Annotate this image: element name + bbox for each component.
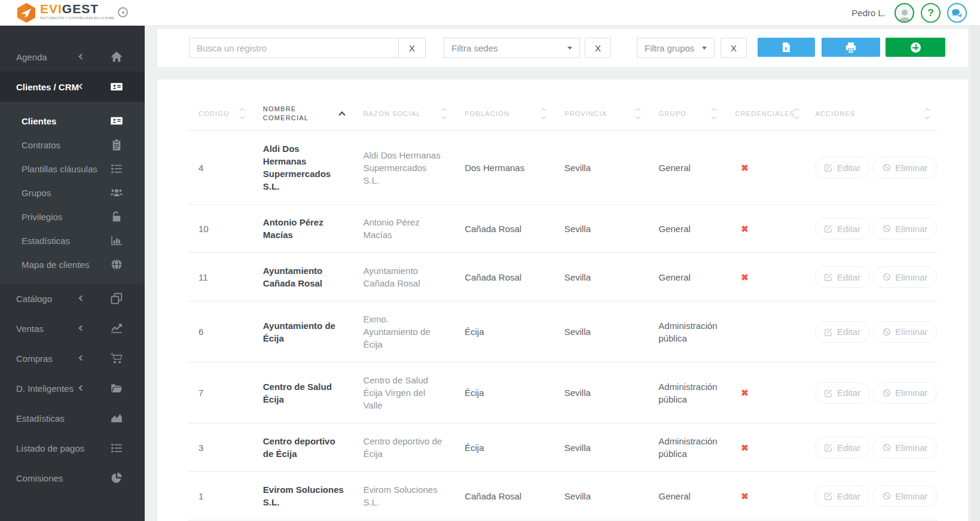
sort-both-icon[interactable]	[542, 109, 545, 118]
column-header-raz-n-social[interactable]: Razón Social	[353, 109, 454, 118]
id-card-icon	[111, 81, 123, 93]
filter-grupos-select[interactable]: Filtra grupos	[637, 38, 715, 58]
caret-down-icon	[567, 47, 572, 50]
delete-button[interactable]: Eliminar	[873, 266, 937, 288]
edit-button[interactable]: Editar	[815, 218, 870, 239]
cell-razon-social: Centro de Salud Écija Virgen del Valle	[352, 374, 454, 412]
home-icon	[111, 51, 123, 63]
clear-grupos-button[interactable]: X	[721, 38, 747, 58]
sidebar-item-ventas[interactable]: Ventas	[0, 313, 145, 343]
edit-button[interactable]: Editar	[815, 266, 870, 288]
filter-sedes-select[interactable]: Filtra sedes	[444, 38, 580, 58]
cell-credenciales: ✖	[724, 162, 804, 174]
sidebar-toggle-icon[interactable]	[118, 7, 128, 17]
table-row: 4Aldi Dos Hermanas Supermercados S.L.Ald…	[188, 131, 938, 205]
cell-razon-social: Centro deportivo de Écija	[352, 435, 454, 460]
sidebar-item-label: Comisiones	[0, 473, 63, 483]
sidebar-item-clientes[interactable]: Clientes	[0, 109, 145, 133]
cell-credenciales	[724, 325, 804, 338]
sidebar-item-agenda[interactable]: Agenda	[0, 42, 145, 72]
delete-button[interactable]: Eliminar	[873, 218, 937, 239]
times-icon: ✖	[735, 491, 749, 501]
column-header-provincia[interactable]: Provincia	[554, 109, 648, 118]
ban-icon	[883, 492, 891, 500]
sort-both-icon[interactable]	[442, 109, 445, 118]
sort-both-icon[interactable]	[636, 109, 640, 118]
column-header-label: Código	[199, 109, 230, 118]
edit-button[interactable]: Editar	[815, 382, 870, 404]
sidebar-item-listado-de-pagos[interactable]: Listado de pagos	[0, 433, 145, 463]
delete-button[interactable]: Eliminar	[873, 157, 937, 178]
export-excel-button[interactable]: x	[758, 38, 815, 57]
clipboard-icon	[111, 139, 123, 151]
user-name[interactable]: Pedro L.	[851, 8, 886, 18]
cell-provincia: Sevilla	[554, 386, 648, 399]
sidebar-item-mapa-de-clientes[interactable]: Mapa de clientes	[0, 252, 145, 276]
sidebar-item-label: Ventas	[0, 324, 44, 334]
sidebar-item-privilegios[interactable]: Privilegios	[0, 205, 145, 228]
sidebar-item-clientes-crm[interactable]: Clientes / CRM	[0, 72, 145, 102]
sidebar-item-contratos[interactable]: Contratos	[0, 133, 145, 157]
sidebar: AgendaClientes / CRMClientesContratosPla…	[0, 26, 145, 521]
brand-tagline: FACTURACIÓN Y CONTABILIDAD EN LA NUBE	[40, 16, 114, 20]
cell-nombre-comercial: Centro de Salud Écija	[252, 380, 353, 406]
button-label: Editar	[837, 163, 860, 173]
chat-button[interactable]	[947, 3, 967, 23]
sort-both-icon[interactable]	[926, 109, 929, 118]
column-header-credenciales[interactable]: Credenciales	[724, 109, 804, 118]
chevron-left-icon	[79, 295, 85, 301]
column-header-c-digo[interactable]: Código	[188, 109, 252, 118]
column-header-label: Nombre Comercial	[263, 105, 313, 123]
clear-search-button[interactable]: X	[398, 38, 426, 58]
sort-both-icon[interactable]	[795, 109, 798, 118]
column-header-nombre-comercial[interactable]: Nombre Comercial	[252, 105, 353, 123]
table-row: 6Ayuntamiento de ÉcijaExmo. Ayuntamiento…	[188, 301, 938, 362]
sidebar-item-estad-sticas[interactable]: Estadísticas	[0, 228, 145, 252]
edit-icon	[825, 224, 833, 233]
sort-asc-icon[interactable]	[340, 110, 344, 117]
column-header-acciones[interactable]: Acciones	[804, 109, 938, 118]
chevron-left-icon	[79, 355, 85, 361]
delete-button[interactable]: Eliminar	[873, 382, 937, 404]
sidebar-item-plantillas-cl-usulas[interactable]: Plantillas cláusulas	[0, 157, 145, 181]
search-input[interactable]	[189, 38, 398, 58]
sidebar-item-label: Agenda	[0, 52, 47, 62]
sidebar-item-comisiones[interactable]: Comisiones	[0, 463, 145, 493]
cell-grupo: General	[648, 223, 724, 235]
cell-acciones: EditarEliminar	[804, 485, 938, 507]
delete-button[interactable]: Eliminar	[873, 485, 937, 507]
cell-poblacion: Dos Hermanas	[454, 162, 554, 174]
sort-both-icon[interactable]	[712, 109, 716, 118]
edit-button[interactable]: Editar	[815, 157, 870, 178]
sidebar-item-cat-logo[interactable]: Catálogo	[0, 284, 145, 313]
list-icon	[111, 442, 123, 454]
edit-button[interactable]: Editar	[815, 485, 870, 507]
edit-button[interactable]: Editar	[815, 437, 870, 458]
user-avatar[interactable]	[894, 3, 914, 23]
table-header-row: CódigoNombre ComercialRazón SocialPoblac…	[188, 80, 938, 131]
app-logo[interactable]: EVIGEST FACTURACIÓN Y CONTABILIDAD EN LA…	[16, 2, 114, 23]
cell-razon-social: Evirom Soluciones S.L.	[352, 483, 454, 508]
delete-button[interactable]: Eliminar	[873, 321, 937, 343]
print-button[interactable]	[822, 38, 880, 57]
column-header-poblaci-n[interactable]: Población	[454, 109, 554, 118]
column-header-grupo[interactable]: Grupo	[648, 109, 725, 118]
sort-both-icon[interactable]	[240, 109, 244, 118]
clients-table-card: CódigoNombre ComercialRazón SocialPoblac…	[157, 80, 968, 521]
cell-provincia: Sevilla	[554, 271, 648, 284]
topbar: EVIGEST FACTURACIÓN Y CONTABILIDAD EN LA…	[0, 0, 980, 26]
cell-razon-social: Exmo. Ayuntamiento de Écija	[352, 313, 454, 351]
add-record-button[interactable]	[886, 38, 945, 57]
help-button[interactable]: ?	[921, 3, 941, 23]
delete-button[interactable]: Eliminar	[873, 437, 937, 458]
sidebar-item-compras[interactable]: Compras	[0, 343, 145, 373]
edit-button[interactable]: Editar	[815, 321, 870, 343]
sidebar-item-d-inteligentes[interactable]: D. Inteligentes	[0, 373, 145, 403]
page-scrollbar[interactable]	[970, 26, 980, 521]
clear-sedes-button[interactable]: X	[585, 38, 611, 58]
sidebar-item-grupos[interactable]: Grupos	[0, 181, 145, 205]
cell-codigo: 4	[188, 162, 252, 174]
button-label: Eliminar	[895, 224, 927, 234]
sidebar-item-estad-sticas[interactable]: Estadísticas	[0, 403, 145, 433]
cell-credenciales: ✖	[724, 386, 804, 399]
